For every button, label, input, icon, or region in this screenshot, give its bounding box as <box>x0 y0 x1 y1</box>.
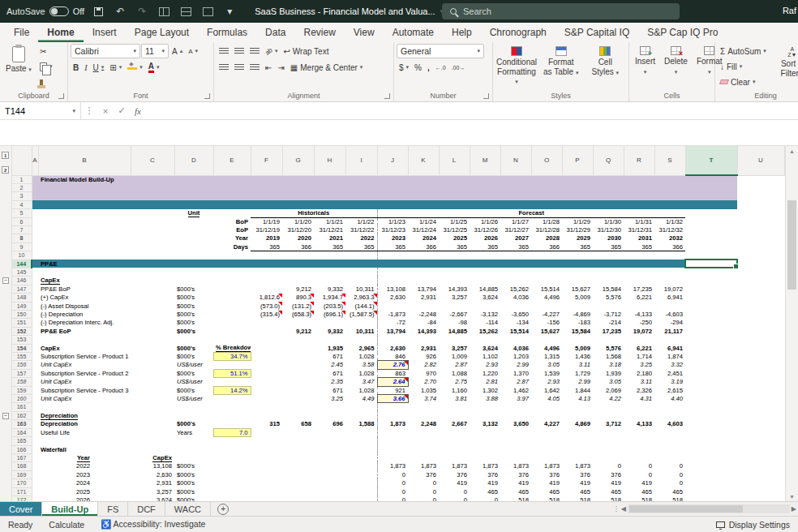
cell-G163[interactable]: 658 <box>282 420 314 428</box>
cell-T7[interactable] <box>685 225 737 234</box>
cell-M1[interactable] <box>470 175 500 183</box>
cell-N151[interactable]: -134 <box>500 319 531 327</box>
cell-G2[interactable] <box>282 183 314 191</box>
cell-L151[interactable]: -98 <box>439 319 470 327</box>
cell-U151[interactable] <box>737 319 784 327</box>
cell-P3[interactable] <box>562 192 593 200</box>
cell-M160[interactable]: 3.88 <box>470 395 500 403</box>
cell-F167[interactable] <box>251 453 282 461</box>
cell-S153[interactable] <box>654 336 685 344</box>
cell-R165[interactable] <box>624 437 654 445</box>
cell-J156[interactable]: 2.76 <box>377 361 408 369</box>
cell-C7[interactable] <box>131 225 174 234</box>
cell-M9[interactable]: 365 <box>470 242 500 251</box>
row-header-169[interactable]: 169 <box>11 470 32 478</box>
cell-A163[interactable] <box>32 420 38 428</box>
cell-I144[interactable] <box>345 260 377 268</box>
cell-C3[interactable] <box>131 192 174 200</box>
cell-M6[interactable]: 1/1/26 <box>470 217 500 225</box>
cell-N150[interactable]: -3,650 <box>500 311 531 319</box>
name-box-dropdown-icon[interactable]: ▾ <box>72 108 75 114</box>
row-header-150[interactable]: 150 <box>11 311 32 319</box>
cell-U153[interactable] <box>737 336 784 344</box>
align-center-button[interactable] <box>232 60 247 75</box>
cell-A165[interactable] <box>32 437 38 445</box>
cell-G154[interactable] <box>282 344 314 352</box>
cell-P144[interactable] <box>562 260 593 268</box>
cell-R144[interactable] <box>624 260 654 268</box>
cell-O150[interactable]: -4,227 <box>531 311 562 319</box>
cell-I161[interactable] <box>345 403 377 411</box>
column-header-K[interactable]: K <box>408 146 439 175</box>
cell-F159[interactable] <box>251 386 282 394</box>
confirm-entry-button[interactable]: ✓ <box>114 102 130 119</box>
cell-L158[interactable]: 2.75 <box>439 378 470 386</box>
wrap-text-button[interactable]: ↩Wrap Text <box>281 44 331 58</box>
cell-K163[interactable]: 2,248 <box>408 420 439 428</box>
cell-H161[interactable] <box>314 403 345 411</box>
cell-O156[interactable]: 3.05 <box>531 361 562 369</box>
cell-Q144[interactable] <box>593 260 624 268</box>
cell-F170[interactable] <box>251 479 282 487</box>
cell-S9[interactable]: 366 <box>654 242 685 251</box>
cell-M166[interactable] <box>470 445 500 453</box>
cell-B2[interactable] <box>38 183 131 191</box>
cell-E147[interactable] <box>213 285 251 293</box>
cell-M149[interactable] <box>470 302 500 310</box>
cell-O146[interactable] <box>531 277 562 285</box>
cell-C1[interactable] <box>131 175 174 183</box>
cell-J4[interactable] <box>377 200 408 208</box>
cell-P167[interactable] <box>562 453 593 461</box>
cell-E165[interactable] <box>213 437 251 445</box>
column-header-H[interactable]: H <box>314 146 345 175</box>
cell-M150[interactable]: -3,132 <box>470 311 500 319</box>
clear-button[interactable]: Clear▾ <box>718 75 769 89</box>
cell-J165[interactable] <box>377 437 408 445</box>
cell-R148[interactable]: 6,221 <box>624 294 654 302</box>
cell-N160[interactable]: 3.97 <box>500 395 531 403</box>
cell-N149[interactable] <box>500 302 531 310</box>
cell-K161[interactable] <box>408 403 439 411</box>
cell-O152[interactable]: 15,627 <box>531 327 562 335</box>
cell-B163[interactable]: Depreciation <box>38 420 131 428</box>
cell-E159[interactable]: 14.2% <box>213 386 251 394</box>
cell-F2[interactable] <box>251 183 282 191</box>
cell-D4[interactable] <box>174 200 213 208</box>
sheet-tab-build-up[interactable]: Build-Up <box>42 502 98 516</box>
cell-N9[interactable]: 365 <box>500 242 531 251</box>
cell-L9[interactable]: 365 <box>439 242 470 251</box>
cell-F165[interactable] <box>251 437 282 445</box>
cell-J145[interactable] <box>377 268 408 276</box>
cell-L150[interactable]: -2,667 <box>439 311 470 319</box>
cell-P159[interactable]: 1,844 <box>562 386 593 394</box>
cell-F160[interactable] <box>251 395 282 403</box>
cell-R157[interactable]: 2,180 <box>624 369 654 377</box>
cell-G149[interactable]: (131.2) <box>282 302 314 310</box>
cell-O157[interactable]: 1,539 <box>531 369 562 377</box>
font-name-combo[interactable]: Calibri▾ <box>71 44 140 58</box>
qat-split-window-button[interactable] <box>178 3 194 19</box>
row-header-160[interactable]: 160 <box>11 395 32 403</box>
align-left-button[interactable] <box>217 60 231 75</box>
cell-B5[interactable] <box>38 209 131 217</box>
cell-R161[interactable] <box>624 403 654 411</box>
cell-C171[interactable]: 3,257 <box>131 487 174 496</box>
cell-C158[interactable] <box>131 378 174 386</box>
cell-F145[interactable] <box>251 268 282 276</box>
number-format-combo[interactable]: General▾ <box>397 44 484 58</box>
row-header-158[interactable]: 158 <box>11 378 32 386</box>
cell-U155[interactable] <box>737 353 784 361</box>
cell-A2[interactable] <box>32 183 38 191</box>
column-header-D[interactable]: D <box>174 146 213 175</box>
cell-T168[interactable] <box>685 462 737 470</box>
cell-B144[interactable]: PP&E <box>38 260 131 268</box>
cell-H164[interactable] <box>314 428 345 436</box>
italic-button[interactable]: I <box>82 60 89 75</box>
cell-K1[interactable] <box>408 175 439 183</box>
cell-O2[interactable] <box>531 183 562 191</box>
cell-N153[interactable] <box>500 336 531 344</box>
cell-D9[interactable] <box>174 242 213 251</box>
cell-O164[interactable] <box>531 428 562 436</box>
cell-C9[interactable] <box>131 242 174 251</box>
cell-H3[interactable] <box>314 192 345 200</box>
